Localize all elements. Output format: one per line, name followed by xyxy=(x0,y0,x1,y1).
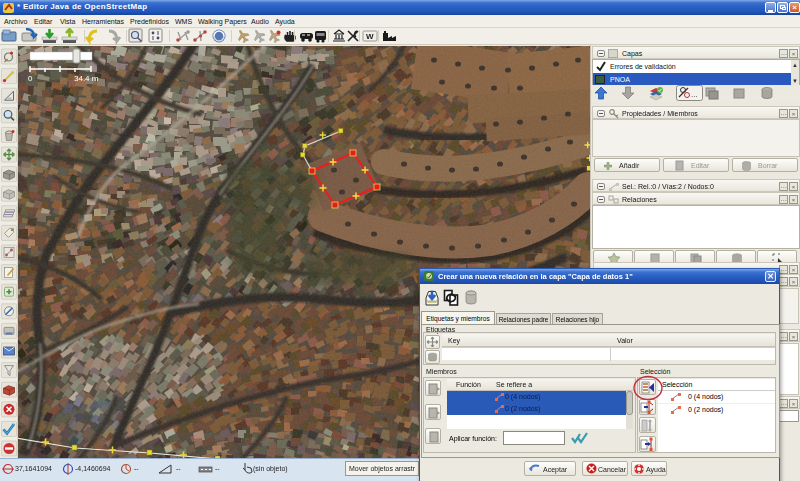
svg-text:...: ... xyxy=(691,90,698,99)
svg-text:34.4 m: 34.4 m xyxy=(74,74,99,83)
svg-text:W: W xyxy=(366,32,374,41)
svg-text:0: 0 xyxy=(28,74,33,83)
